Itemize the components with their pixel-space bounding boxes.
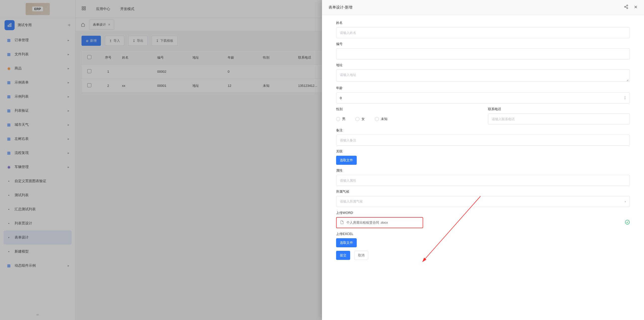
field-upload-word: 上传WORD 个人房屋出租租赁合同 .docx — [336, 211, 630, 228]
plus-icon: ⊕ — [86, 39, 89, 43]
input-attr[interactable] — [336, 175, 630, 186]
sidebar-item-summary-list[interactable]: • 汇总测试列表 — [4, 202, 72, 216]
sidebar-item-form-design[interactable]: • 表单设计 — [4, 230, 72, 245]
tab-home[interactable] — [79, 21, 87, 29]
select-file-excel-button[interactable]: 选取文件 — [336, 238, 357, 247]
document-icon — [340, 220, 344, 225]
select-all-checkbox[interactable] — [87, 55, 91, 59]
label-upload-excel: 上传EXCEL — [336, 232, 630, 236]
sidebar-item-example-list[interactable]: ▦ 示例列表 ▸ — [4, 90, 72, 104]
dot-icon: • — [6, 193, 12, 197]
row-checkbox[interactable] — [87, 83, 91, 87]
tab-label: 表单设计 — [93, 22, 106, 27]
dot-icon: • — [6, 250, 12, 254]
submit-button[interactable]: 提交 — [336, 251, 350, 260]
chevron-down-icon[interactable]: ▼ — [624, 98, 626, 100]
download-icon: ↧ — [156, 39, 159, 43]
sidebar-item-test-list[interactable]: • 测试列表 — [4, 188, 72, 202]
field-name: 姓名 — [336, 21, 630, 38]
chevron-right-icon: ▸ — [68, 151, 69, 155]
sidebar-item-files[interactable]: ▦ 文件列表 ▸ — [4, 47, 72, 61]
sidebar-item-city-weather[interactable]: ▦ 城市天气 ▸ — [4, 118, 72, 132]
dev-mode-link[interactable]: 开发模式 — [120, 7, 134, 11]
row-checkbox[interactable] — [87, 69, 91, 73]
sidebar-item-label: 列表页设计 — [15, 221, 69, 226]
input-name[interactable] — [336, 27, 630, 38]
sidebar-item-vehicles[interactable]: ◉ 车辆管理 ▸ — [4, 160, 72, 174]
export-button[interactable]: ↧ 导出 — [128, 36, 148, 46]
drawer-footer: 提交 取消 — [336, 251, 630, 260]
input-age-value[interactable] — [340, 96, 624, 100]
sidebar-item-example-form[interactable]: ▦ 示例表单 ▸ — [4, 75, 72, 90]
radio-group-gender: 男 女 未知 — [336, 113, 478, 125]
workspace-icon — [5, 20, 15, 30]
chevron-right-icon: ▸ — [68, 81, 69, 84]
grid-icon: ▦ — [6, 108, 12, 113]
import-button[interactable]: ↥ 导入 — [105, 36, 124, 46]
dot-icon: • — [6, 222, 12, 225]
sidebar-item-new-model[interactable]: • 新建模型 — [4, 245, 72, 259]
sidebar-item-tree-table[interactable]: ▦ 左树右表 ▸ — [4, 132, 72, 146]
svg-rect-1 — [9, 24, 10, 27]
sidebar-item-products[interactable]: ◉ 商品 ▸ — [4, 61, 72, 75]
cancel-button[interactable]: 取消 — [354, 251, 368, 260]
button-label: 导出 — [137, 38, 143, 43]
radio-unknown[interactable]: 未知 — [375, 117, 387, 121]
app-center-link[interactable]: 应用中心 — [96, 7, 110, 11]
sidebar-item-orders[interactable]: ▦ 订单管理 ▸ — [4, 33, 72, 47]
cell-age: 12 — [225, 84, 260, 88]
workspace-add-button[interactable]: + — [68, 22, 71, 28]
radio-icon — [375, 117, 379, 121]
sidebar-collapse-button[interactable]: ‹‹ — [36, 312, 39, 316]
svg-rect-3 — [82, 7, 83, 8]
workspace-row: 测试专用 + — [0, 18, 75, 32]
uploaded-word-file[interactable]: 个人房屋出租租赁合同 .docx — [336, 217, 423, 228]
label-attr: 属性 — [336, 168, 630, 173]
label-addr: 地址 — [336, 63, 630, 67]
select-placeholder: 请输入所属气候 — [340, 199, 363, 204]
button-label: 下载模板 — [160, 38, 173, 43]
header-name: 姓名 — [119, 55, 155, 60]
sidebar-item-label: 流程复现 — [15, 151, 68, 155]
input-phone[interactable] — [488, 113, 630, 125]
sidebar-item-list-page-design[interactable]: • 列表页设计 — [4, 216, 72, 230]
drawer-actions: ✕ — [624, 5, 637, 10]
radio-male[interactable]: 男 — [336, 117, 345, 121]
number-age[interactable]: ▲▼ — [336, 92, 630, 103]
logo: ERP — [26, 3, 50, 15]
apps-icon[interactable] — [82, 6, 86, 12]
row-checkbox-cell — [82, 83, 97, 88]
header-code: 编号 — [155, 55, 190, 60]
sidebar-menu: ▦ 订单管理 ▸ ▦ 文件列表 ▸ ◉ 商品 ▸ ▦ 示例表单 ▸ ▦ 示例列表 — [0, 32, 75, 320]
sidebar-item-list-validation[interactable]: ▦ 列表验证 ▸ — [4, 104, 72, 118]
share-icon[interactable] — [624, 5, 628, 10]
sidebar-item-label: 左树右表 — [15, 137, 68, 141]
field-gender: 性别 男 女 未知 — [336, 107, 478, 125]
input-remark[interactable] — [336, 135, 630, 146]
textarea-addr[interactable] — [336, 69, 630, 82]
sidebar-item-workflow[interactable]: ▦ 流程复现 ▸ — [4, 146, 72, 160]
close-icon[interactable]: ✕ — [108, 23, 110, 26]
number-spinner[interactable]: ▲▼ — [624, 96, 626, 100]
sidebar-item-custom-chart[interactable]: • 自定义页面图表验证 — [4, 174, 72, 188]
tab-form-design[interactable]: 表单设计 ✕ — [89, 20, 114, 30]
sidebar-item-dynamic-components[interactable]: ▦ 动态组件示例 ▸ — [4, 259, 72, 273]
drawer-header: 表单设计-新增 ✕ — [322, 0, 644, 15]
chevron-right-icon: ▸ — [68, 67, 69, 70]
sidebar-item-label: 车辆管理 — [15, 165, 68, 169]
download-template-button[interactable]: ↧ 下载模板 — [152, 36, 178, 46]
close-icon[interactable]: ✕ — [634, 5, 637, 10]
sidebar-item-label: 汇总测试列表 — [15, 207, 69, 212]
logo-text: ERP — [32, 7, 43, 11]
chevron-right-icon: ▸ — [68, 137, 69, 141]
radio-female[interactable]: 女 — [355, 117, 365, 121]
sidebar-item-label: 订单管理 — [15, 38, 68, 43]
input-code[interactable] — [336, 48, 630, 59]
select-climate[interactable]: 请输入所属气候 ▾ — [336, 196, 630, 207]
svg-point-9 — [627, 8, 628, 9]
label-remark: 备注 — [336, 128, 630, 133]
button-label: 导入 — [113, 38, 120, 43]
select-file-relation-button[interactable]: 选取文件 — [336, 156, 357, 165]
add-button[interactable]: ⊕ 新增 — [82, 36, 101, 46]
label-phone: 联系电话 — [488, 107, 630, 111]
